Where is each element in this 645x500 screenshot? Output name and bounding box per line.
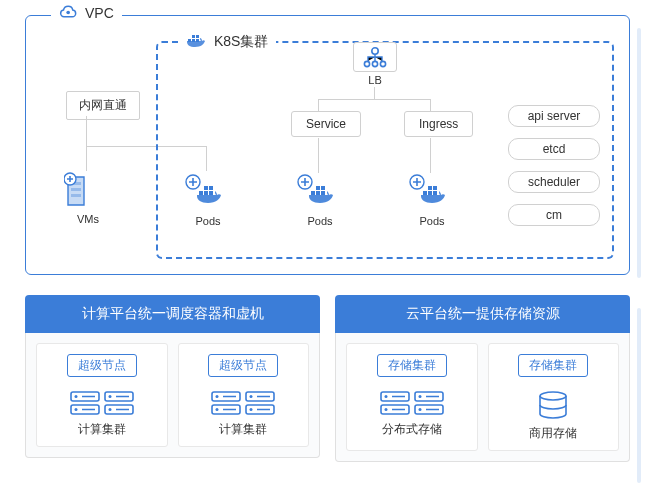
svg-point-5 <box>380 61 385 66</box>
lb-node: LB <box>353 42 397 86</box>
service-box: Service <box>291 111 361 137</box>
cm-box: cm <box>508 204 600 226</box>
pod-node: Pods <box>296 173 344 227</box>
decoration-shadow <box>637 28 641 278</box>
server-icons <box>353 391 471 415</box>
vpc-text: VPC <box>85 5 114 21</box>
k8s-cluster-box: K8S集群 LB Service Ingress Pods <box>156 41 614 259</box>
group-header: 云平台统一提供存储资源 <box>335 295 630 333</box>
svg-point-2 <box>372 48 378 54</box>
group-body: 存储集群 分布式存储 存储集群 商用存储 <box>335 333 630 462</box>
svg-point-19 <box>216 395 219 398</box>
server-icon <box>245 391 275 415</box>
pod-icon <box>296 173 340 213</box>
docker-icon <box>186 32 208 51</box>
card-foot: 计算集群 <box>185 421 303 438</box>
svg-point-15 <box>108 395 111 398</box>
svg-point-31 <box>418 395 421 398</box>
database-icon-wrap <box>495 391 613 419</box>
connector-line <box>318 99 319 111</box>
pod-label: Pods <box>408 215 456 227</box>
svg-point-33 <box>540 392 566 400</box>
server-icon <box>211 391 241 415</box>
svg-point-20 <box>216 408 219 411</box>
lb-icon <box>353 42 397 72</box>
card-tag: 超级节点 <box>208 354 278 377</box>
pod-label: Pods <box>296 215 344 227</box>
vpc-label: VPC <box>51 5 122 21</box>
vm-icon <box>64 171 108 211</box>
storage-card: 存储集群 分布式存储 <box>346 343 478 451</box>
server-icon <box>414 391 444 415</box>
api-server-box: api server <box>508 105 600 127</box>
compute-card: 超级节点 计算集群 <box>178 343 310 447</box>
server-icon <box>104 391 134 415</box>
pod-node: Pods <box>184 173 232 227</box>
pod-icon <box>184 173 228 213</box>
connector-line <box>430 138 431 173</box>
connector-line <box>318 138 319 173</box>
svg-point-32 <box>418 408 421 411</box>
vm-label: VMs <box>64 213 112 225</box>
server-icons <box>43 391 161 415</box>
database-icon <box>536 391 570 419</box>
compute-card: 超级节点 计算集群 <box>36 343 168 447</box>
svg-point-27 <box>384 395 387 398</box>
svg-point-16 <box>108 408 111 411</box>
card-tag: 存储集群 <box>518 354 588 377</box>
connector-line <box>430 99 431 111</box>
group-body: 超级节点 计算集群 超级节点 计算集群 <box>25 333 320 458</box>
svg-point-4 <box>372 61 377 66</box>
vm-node: VMs <box>64 171 112 225</box>
vpc-container: VPC 内网直通 VMs K8S集群 LB <box>25 15 630 275</box>
svg-point-11 <box>74 395 77 398</box>
storage-card: 存储集群 商用存储 <box>488 343 620 451</box>
card-foot: 计算集群 <box>43 421 161 438</box>
server-icon <box>380 391 410 415</box>
svg-point-12 <box>74 408 77 411</box>
lb-label: LB <box>353 74 397 86</box>
card-foot: 分布式存储 <box>353 421 471 438</box>
k8s-text: K8S集群 <box>214 33 268 51</box>
svg-point-3 <box>364 61 369 66</box>
ingress-box: Ingress <box>404 111 473 137</box>
storage-group: 云平台统一提供存储资源 存储集群 分布式存储 存储集群 商用存储 <box>335 295 630 462</box>
bottom-row: 计算平台统一调度容器和虚机 超级节点 计算集群 超级节点 计算集群 云平台统一 <box>25 295 630 462</box>
etcd-box: etcd <box>508 138 600 160</box>
connector-line <box>374 87 375 99</box>
connector-line <box>86 116 87 171</box>
server-icon <box>70 391 100 415</box>
card-tag: 超级节点 <box>67 354 137 377</box>
group-header: 计算平台统一调度容器和虚机 <box>25 295 320 333</box>
svg-point-28 <box>384 408 387 411</box>
pod-icon <box>408 173 452 213</box>
svg-point-23 <box>250 395 253 398</box>
k8s-label: K8S集群 <box>178 32 276 51</box>
connector-line <box>318 99 431 100</box>
cloud-icon <box>59 5 79 21</box>
compute-group: 计算平台统一调度容器和虚机 超级节点 计算集群 超级节点 计算集群 <box>25 295 320 462</box>
card-foot: 商用存储 <box>495 425 613 442</box>
decoration-shadow <box>637 308 641 483</box>
scheduler-box: scheduler <box>508 171 600 193</box>
card-tag: 存储集群 <box>377 354 447 377</box>
server-icons <box>185 391 303 415</box>
pod-node: Pods <box>408 173 456 227</box>
svg-point-0 <box>66 11 70 15</box>
pod-label: Pods <box>184 215 232 227</box>
nat-box: 内网直通 <box>66 91 140 120</box>
svg-point-24 <box>250 408 253 411</box>
